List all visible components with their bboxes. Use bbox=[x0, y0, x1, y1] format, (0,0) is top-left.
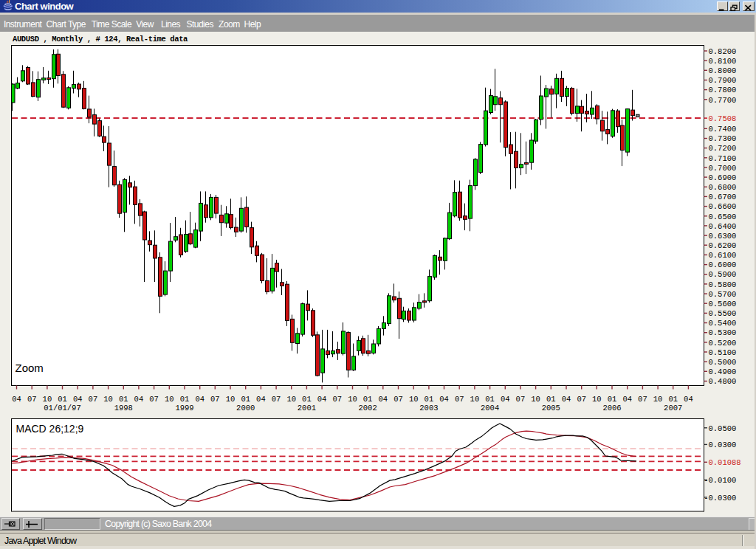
svg-text:01: 01 bbox=[302, 395, 312, 404]
svg-text:10: 10 bbox=[165, 395, 174, 404]
svg-text:0.8100: 0.8100 bbox=[709, 57, 737, 66]
svg-text:0.6200: 0.6200 bbox=[709, 241, 737, 250]
svg-text:0.6700: 0.6700 bbox=[709, 193, 737, 201]
svg-text:04: 04 bbox=[622, 395, 632, 404]
svg-text:04: 04 bbox=[439, 395, 449, 404]
svg-text:01: 01 bbox=[241, 395, 250, 404]
svg-text:10: 10 bbox=[409, 395, 419, 404]
svg-text:0.5500: 0.5500 bbox=[709, 309, 737, 318]
svg-text:2003: 2003 bbox=[419, 404, 438, 412]
svg-text:0.0300: 0.0300 bbox=[709, 441, 737, 449]
svg-text:01: 01 bbox=[608, 395, 617, 404]
svg-text:1998: 1998 bbox=[114, 404, 133, 412]
svg-text:2004: 2004 bbox=[481, 404, 499, 412]
svg-text:01: 01 bbox=[363, 395, 373, 404]
svg-text:07: 07 bbox=[149, 395, 159, 404]
svg-text:10: 10 bbox=[226, 395, 236, 404]
svg-text:01: 01 bbox=[180, 395, 190, 404]
svg-text:0.6500: 0.6500 bbox=[709, 213, 737, 221]
svg-text:07: 07 bbox=[89, 395, 98, 404]
svg-text:04: 04 bbox=[562, 395, 571, 404]
svg-text:10: 10 bbox=[531, 395, 540, 404]
svg-text:04: 04 bbox=[195, 395, 205, 404]
svg-text:0.5800: 0.5800 bbox=[709, 280, 737, 289]
svg-text:0.7508: 0.7508 bbox=[709, 114, 737, 123]
svg-text:2007: 2007 bbox=[664, 404, 682, 412]
svg-text:0.5900: 0.5900 bbox=[709, 270, 737, 279]
svg-text:0.6300: 0.6300 bbox=[709, 232, 737, 241]
svg-text:-0.0100: -0.0100 bbox=[704, 476, 736, 485]
svg-text:0.7700: 0.7700 bbox=[709, 96, 737, 105]
svg-text:04: 04 bbox=[73, 395, 83, 404]
svg-text:01: 01 bbox=[119, 395, 128, 404]
svg-text:0.7200: 0.7200 bbox=[709, 144, 737, 153]
svg-text:AUDUSD , Monthly , # 124, Real: AUDUSD , Monthly , # 124, Real-time data bbox=[13, 35, 188, 44]
svg-text:2002: 2002 bbox=[358, 404, 377, 412]
svg-text:10: 10 bbox=[470, 395, 480, 404]
svg-text:0.6400: 0.6400 bbox=[709, 222, 737, 231]
svg-text:01: 01 bbox=[485, 395, 495, 404]
svg-text:0.8200: 0.8200 bbox=[709, 47, 737, 56]
svg-text:01: 01 bbox=[546, 395, 556, 404]
svg-text:0.0500: 0.0500 bbox=[709, 424, 737, 433]
svg-text:10: 10 bbox=[348, 395, 357, 404]
svg-text:0.6800: 0.6800 bbox=[709, 183, 737, 192]
svg-text:MACD 26;12;9: MACD 26;12;9 bbox=[16, 423, 84, 435]
svg-text:04: 04 bbox=[317, 395, 327, 404]
svg-text:0.6100: 0.6100 bbox=[709, 251, 737, 260]
svg-text:0.7800: 0.7800 bbox=[709, 86, 737, 94]
svg-text:07: 07 bbox=[455, 395, 464, 404]
svg-text:10: 10 bbox=[653, 395, 663, 404]
svg-text:07: 07 bbox=[27, 395, 37, 404]
svg-text:0.4800: 0.4800 bbox=[709, 377, 737, 386]
svg-text:04: 04 bbox=[256, 395, 266, 404]
svg-text:0.5700: 0.5700 bbox=[709, 290, 737, 299]
svg-text:0.01088: 0.01088 bbox=[709, 458, 741, 467]
svg-text:04: 04 bbox=[12, 395, 21, 404]
svg-text:2006: 2006 bbox=[602, 404, 621, 412]
svg-text:0.5300: 0.5300 bbox=[709, 328, 737, 337]
svg-text:0.7400: 0.7400 bbox=[709, 125, 737, 134]
svg-text:0.7300: 0.7300 bbox=[709, 134, 737, 143]
svg-text:0.5600: 0.5600 bbox=[709, 300, 737, 308]
svg-text:10: 10 bbox=[43, 395, 52, 404]
svg-text:01: 01 bbox=[58, 395, 67, 404]
svg-text:01: 01 bbox=[425, 395, 434, 404]
svg-text:0.6900: 0.6900 bbox=[709, 173, 737, 182]
svg-text:04: 04 bbox=[501, 395, 510, 404]
svg-text:07: 07 bbox=[272, 395, 281, 404]
svg-text:0.7100: 0.7100 bbox=[709, 154, 737, 163]
svg-text:1999: 1999 bbox=[175, 404, 193, 412]
svg-text:01/01/97: 01/01/97 bbox=[44, 404, 80, 412]
svg-text:0.5000: 0.5000 bbox=[709, 358, 737, 367]
svg-text:07: 07 bbox=[577, 395, 586, 404]
svg-text:04: 04 bbox=[378, 395, 388, 404]
svg-text:-0.0300: -0.0300 bbox=[704, 494, 736, 503]
svg-text:2000: 2000 bbox=[236, 404, 255, 412]
svg-text:10: 10 bbox=[592, 395, 602, 404]
svg-text:10: 10 bbox=[103, 395, 113, 404]
svg-text:10: 10 bbox=[286, 395, 296, 404]
svg-text:07: 07 bbox=[332, 395, 342, 404]
svg-text:2001: 2001 bbox=[298, 404, 316, 412]
svg-text:0.5100: 0.5100 bbox=[709, 348, 737, 357]
svg-text:01: 01 bbox=[668, 395, 678, 404]
svg-text:04: 04 bbox=[134, 395, 144, 404]
svg-text:0.7000: 0.7000 bbox=[709, 164, 737, 173]
svg-text:0.4900: 0.4900 bbox=[709, 367, 737, 376]
svg-text:07: 07 bbox=[516, 395, 526, 404]
svg-text:07: 07 bbox=[638, 395, 647, 404]
svg-text:0.6000: 0.6000 bbox=[709, 260, 737, 269]
svg-text:07: 07 bbox=[394, 395, 403, 404]
svg-text:Zoom: Zoom bbox=[16, 362, 44, 374]
svg-text:07: 07 bbox=[210, 395, 220, 404]
svg-text:0.7900: 0.7900 bbox=[709, 76, 737, 85]
svg-text:04: 04 bbox=[684, 395, 693, 404]
svg-text:2005: 2005 bbox=[542, 404, 560, 412]
svg-text:0.8000: 0.8000 bbox=[709, 66, 737, 75]
svg-text:0.6600: 0.6600 bbox=[709, 202, 737, 211]
svg-text:0.5200: 0.5200 bbox=[709, 339, 737, 348]
svg-text:0.5400: 0.5400 bbox=[709, 319, 737, 328]
